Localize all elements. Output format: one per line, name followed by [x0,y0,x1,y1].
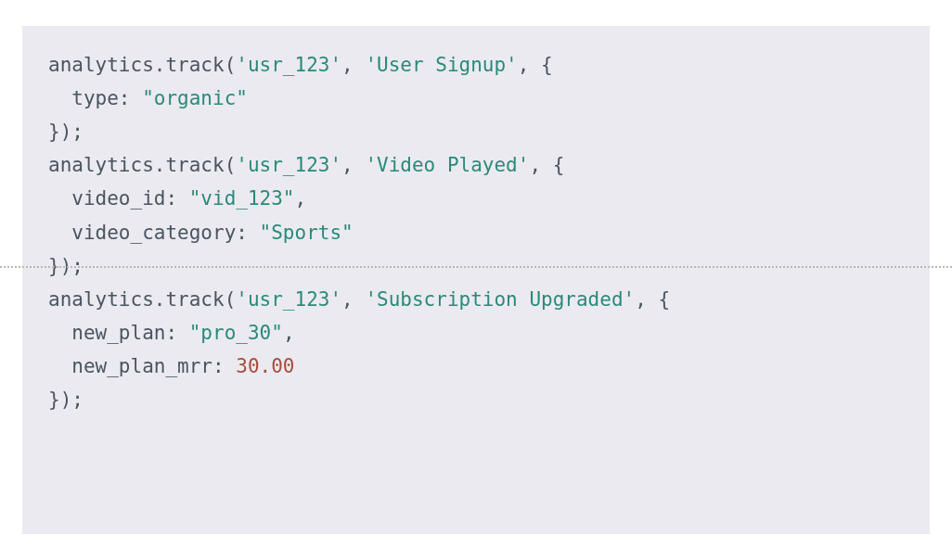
code-token: video_id: [71,187,188,210]
code-token: "vid_123" [189,187,295,210]
code-token: , [295,187,307,210]
code-token: 'usr_123' [236,154,341,176]
code-token: "Sports" [260,222,354,244]
code-line: type: "organic" [48,82,904,115]
code-token: }); [48,121,84,143]
code-line: new_plan_mrr: 30.00 [48,350,904,383]
code-token: 30.00 [236,355,294,377]
code-token: , { [635,288,670,311]
code-token: "pro_30" [189,322,283,344]
code-line: new_plan: "pro_30", [48,316,904,350]
code-token: analytics.track( [48,288,236,311]
code-token: 'usr_123' [236,288,341,311]
code-line: analytics.track('usr_123', 'Video Played… [48,148,904,182]
code-line: }); [48,383,904,416]
code-token: , [341,288,365,311]
code-line: video_category: "Sports" [48,216,904,249]
code-token: , [283,322,295,344]
code-token: , { [529,154,564,176]
code-token: 'Video Played' [365,154,529,176]
code-token: , [341,54,365,76]
code-line: }); [48,115,904,148]
code-token: 'Subscription Upgraded' [365,288,635,311]
code-container: analytics.track('usr_123', 'User Signup'… [48,48,904,416]
code-token: analytics.track( [48,54,236,76]
code-token: new_plan: [71,322,188,344]
code-block: analytics.track('usr_123', 'User Signup'… [22,26,930,534]
code-token: , { [518,54,553,76]
code-token: "organic" [142,87,248,109]
code-token: }); [48,388,84,411]
code-token: 'usr_123' [236,54,341,76]
code-line: analytics.track('usr_123', 'Subscription… [48,283,904,316]
code-token: 'User Signup' [365,54,517,76]
section-divider [0,266,952,268]
code-token: type: [71,87,142,109]
code-token: , [341,154,365,176]
code-token: new_plan_mrr: [71,355,236,377]
code-token: analytics.track( [48,154,236,176]
code-line: video_id: "vid_123", [48,182,904,215]
code-token: video_category: [71,222,259,244]
code-line: analytics.track('usr_123', 'User Signup'… [48,48,904,82]
